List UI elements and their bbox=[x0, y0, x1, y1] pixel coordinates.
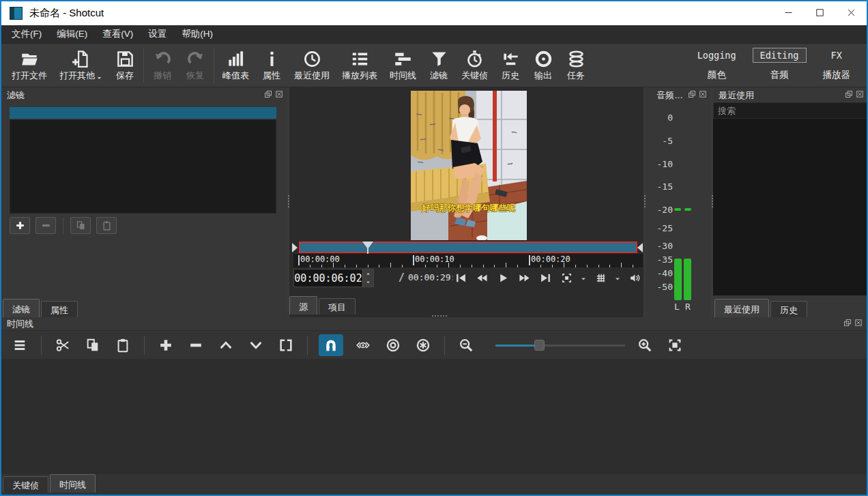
timeline-tracks-area[interactable] bbox=[1, 359, 867, 474]
rewind-button[interactable] bbox=[474, 270, 489, 285]
skip-to-start-button[interactable] bbox=[453, 270, 468, 285]
toolbar-playlist-button[interactable]: 播放列表 bbox=[336, 46, 384, 84]
zoom-timeline-out-button[interactable] bbox=[456, 335, 476, 355]
toolbar-timeline-button[interactable]: 时间线 bbox=[384, 46, 422, 84]
filters-panel-title: 滤镜 bbox=[7, 89, 25, 102]
scrub-bar[interactable] bbox=[299, 242, 637, 253]
search-input[interactable] bbox=[713, 102, 868, 119]
filter-selected-row[interactable] bbox=[10, 107, 276, 119]
fast-forward-button[interactable] bbox=[517, 270, 532, 285]
window-maximize-button[interactable] bbox=[804, 1, 835, 25]
zoom-timeline-in-button[interactable] bbox=[635, 335, 655, 355]
layout-logging[interactable]: Logging bbox=[691, 48, 743, 62]
timeline-tab-时间线[interactable]: 时间线 bbox=[50, 474, 96, 493]
close-icon[interactable] bbox=[856, 90, 864, 98]
split-button[interactable] bbox=[276, 335, 296, 355]
spin-down-icon[interactable] bbox=[363, 278, 373, 287]
ripple-delete-button[interactable] bbox=[186, 335, 206, 355]
filters-panel: 滤镜 滤镜属性 bbox=[1, 87, 287, 317]
layout-audio[interactable]: 音频 bbox=[764, 68, 796, 83]
ruler-minor-tick bbox=[345, 265, 345, 267]
timeline-tab-关键侦[interactable]: 关键侦 bbox=[3, 476, 48, 493]
recent-list[interactable] bbox=[713, 119, 868, 295]
menu-item-帮助(H)[interactable]: 帮助(H) bbox=[174, 25, 220, 43]
toolbar-peak-meter-button[interactable]: 峰值表 bbox=[216, 46, 255, 84]
zoom-slider-handle[interactable] bbox=[534, 340, 545, 351]
float-icon[interactable] bbox=[843, 319, 852, 327]
ripple-button[interactable] bbox=[383, 335, 403, 355]
grid-button[interactable] bbox=[593, 270, 608, 285]
scrub-while-dragging-button[interactable] bbox=[353, 335, 373, 355]
float-icon[interactable] bbox=[688, 90, 696, 98]
zoom-fit-player-button[interactable] bbox=[559, 270, 574, 285]
position-value[interactable]: 00:00:06:02 bbox=[294, 269, 362, 287]
play-button[interactable] bbox=[495, 270, 510, 285]
filters-tab-属性[interactable]: 属性 bbox=[41, 301, 78, 317]
timeline-toolbar-separator bbox=[144, 336, 145, 355]
append-button[interactable] bbox=[156, 335, 176, 355]
position-field[interactable]: 00:00:06:02 bbox=[293, 269, 374, 287]
snap-button[interactable] bbox=[319, 334, 343, 356]
spin-up-icon[interactable] bbox=[363, 269, 373, 278]
window-minimize-button[interactable] bbox=[772, 1, 804, 25]
toolbar-export-button[interactable]: 输出 bbox=[527, 46, 560, 84]
toolbar-keyframes-button[interactable]: 关键侦 bbox=[455, 46, 494, 84]
lift-button[interactable] bbox=[216, 335, 236, 355]
video-preview[interactable]: 好吗那你想学哪句哪些呢 bbox=[411, 91, 527, 240]
overwrite-button[interactable] bbox=[246, 335, 266, 355]
toolbar-recent-label: 最近使用 bbox=[294, 70, 330, 82]
filters-tab-滤镜[interactable]: 滤镜 bbox=[3, 299, 40, 317]
splitter-player-timeline[interactable] bbox=[431, 315, 448, 317]
close-icon[interactable] bbox=[854, 319, 863, 327]
volume-button[interactable] bbox=[627, 270, 642, 285]
close-icon[interactable] bbox=[699, 90, 707, 98]
recent-tab-历史[interactable]: 历史 bbox=[770, 301, 807, 317]
chevron-down-icon bbox=[96, 73, 102, 79]
float-icon[interactable] bbox=[845, 90, 853, 98]
toolbar-filters-button[interactable]: 滤镜 bbox=[422, 46, 455, 84]
menu-item-文件(F)[interactable]: 文件(F) bbox=[4, 25, 49, 43]
minimize-icon bbox=[783, 8, 794, 20]
toolbar-recent-button[interactable]: 最近使用 bbox=[288, 46, 336, 84]
ruler-minor-tick bbox=[609, 265, 610, 267]
ripple-all-tracks-button[interactable] bbox=[413, 335, 433, 355]
layout-fx[interactable]: FX bbox=[824, 48, 849, 62]
menu-item-编辑(E)[interactable]: 编辑(E) bbox=[49, 25, 95, 43]
paste-button[interactable] bbox=[113, 335, 133, 355]
player-tab-项目[interactable]: 项目 bbox=[319, 298, 356, 315]
close-icon[interactable] bbox=[275, 90, 283, 98]
toolbar-jobs-button[interactable]: 任务 bbox=[560, 46, 592, 84]
cut-button[interactable] bbox=[53, 335, 73, 355]
player-tab-源[interactable]: 源 bbox=[289, 296, 317, 315]
skip-to-end-button[interactable] bbox=[538, 270, 553, 285]
timeline-menu-button[interactable] bbox=[10, 335, 30, 355]
toolbar-open-file-button[interactable]: 打开文件 bbox=[5, 46, 53, 84]
toolbar-separator bbox=[214, 48, 214, 83]
float-icon[interactable] bbox=[264, 90, 272, 98]
time-ruler[interactable]: 00:00:0000:00:1000:00:20 bbox=[293, 254, 643, 267]
out-point-marker[interactable] bbox=[637, 243, 643, 252]
zoom-slider[interactable] bbox=[495, 339, 625, 351]
menu-item-设置[interactable]: 设置 bbox=[141, 25, 174, 43]
toolbar-open-other-button[interactable]: 打开其他 bbox=[53, 46, 108, 84]
toolbar-undo-button: 撤销 bbox=[146, 46, 179, 84]
layout-player[interactable]: 播放器 bbox=[816, 68, 858, 83]
copy-button[interactable] bbox=[83, 335, 103, 355]
toolbar-save-label: 保存 bbox=[116, 70, 134, 82]
toolbar-history-button[interactable]: 历史 bbox=[494, 46, 527, 84]
layout-switcher: LoggingEditingFX颜色音频播放器 bbox=[691, 48, 857, 83]
toolbar-save-button[interactable]: 保存 bbox=[108, 46, 141, 84]
layout-color[interactable]: 颜色 bbox=[701, 68, 733, 83]
menu-item-查看(V)[interactable]: 查看(V) bbox=[95, 25, 141, 43]
recent-tab-最近使用[interactable]: 最近使用 bbox=[714, 299, 769, 317]
chevron-down-icon[interactable] bbox=[614, 274, 621, 281]
chevron-down-icon[interactable] bbox=[580, 274, 587, 281]
window-close-button[interactable] bbox=[835, 1, 867, 25]
in-point-marker[interactable] bbox=[292, 243, 298, 252]
toolbar-properties-button[interactable]: 属性 bbox=[255, 46, 288, 84]
zoom-timeline-fit-button[interactable] bbox=[665, 335, 685, 355]
position-spinner[interactable] bbox=[362, 269, 373, 287]
add-filter-button[interactable] bbox=[10, 217, 30, 234]
layout-editing[interactable]: Editing bbox=[753, 48, 807, 63]
filters-list[interactable] bbox=[10, 119, 276, 214]
